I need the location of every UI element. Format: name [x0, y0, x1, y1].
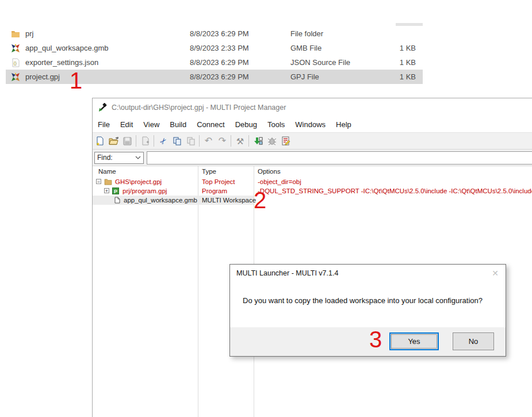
new-file-icon[interactable]: ★ — [93, 135, 106, 148]
editor-icon[interactable] — [279, 135, 292, 148]
cut-icon[interactable]: ✂ — [156, 135, 170, 148]
file-size: 1 KB — [376, 44, 416, 52]
tree-header: Name Type Options — [93, 166, 532, 177]
toolbar: ★ ✂ ↶ ↷ ⚒ — [93, 133, 532, 150]
dialog-message: Do you want to copy the loaded workspace… — [243, 296, 483, 305]
save-as-icon[interactable] — [139, 135, 152, 148]
menu-connect[interactable]: Connect — [192, 120, 229, 129]
undo-icon[interactable]: ↶ — [202, 135, 215, 148]
file-type: JSON Source File — [290, 58, 350, 67]
tree-row-workspace[interactable]: app_qul_worksapce.gmb MULTI Workspace — [93, 196, 532, 205]
menu-edit[interactable]: Edit — [115, 120, 138, 129]
menu-debug[interactable]: Debug — [230, 120, 262, 129]
menu-file[interactable]: File — [93, 120, 115, 129]
multi-launcher-dialog: MULTI Launcher - MULTI v7.1.4 ✕ Do you w… — [229, 264, 506, 357]
document-icon — [114, 197, 120, 206]
file-date: 8/8/2023 6:29 PM — [190, 58, 249, 67]
json-file-icon: {} — [10, 58, 21, 67]
column-header-name[interactable]: Name — [98, 168, 116, 175]
dialog-title: MULTI Launcher - MULTI v7.1.4 — [236, 269, 338, 277]
file-name: project.gpj — [25, 72, 60, 81]
file-date: 8/8/2023 6:29 PM — [190, 72, 249, 81]
tree-item-type: MULTI Workspace — [202, 196, 256, 205]
menu-bar: File Edit View Build Connect Debug Tools… — [93, 117, 532, 133]
file-row-prj[interactable]: prj 8/8/2023 6:29 PM File folder — [6, 26, 423, 41]
annotation-step-3: 3 — [369, 328, 382, 351]
dialog-title-bar[interactable]: MULTI Launcher - MULTI v7.1.4 ✕ — [230, 265, 506, 282]
file-date: 8/9/2023 2:33 PM — [190, 44, 249, 52]
expand-icon[interactable]: + — [104, 188, 109, 193]
copy-icon[interactable] — [170, 135, 183, 148]
multi-hammer-icon — [98, 103, 108, 113]
menu-build[interactable]: Build — [164, 120, 192, 129]
file-date: 8/8/2023 6:29 PM — [190, 29, 249, 38]
menu-windows[interactable]: Windows — [290, 120, 331, 129]
window-title: C:\output-dir\GHS\project.gpj - MULTI Pr… — [112, 104, 286, 112]
find-bar: Find: — [93, 150, 532, 166]
toolbar-separator — [136, 135, 136, 147]
no-button[interactable]: No — [453, 332, 494, 350]
build-tools-icon[interactable]: ⚒ — [234, 135, 247, 148]
explorer-header-fragment — [396, 23, 423, 26]
menu-view[interactable]: View — [138, 120, 164, 129]
file-type: GPJ File — [290, 72, 319, 81]
debugger-bug-icon[interactable] — [265, 135, 278, 148]
toolbar-separator — [248, 135, 249, 147]
collapse-icon[interactable]: − — [96, 179, 101, 184]
multi-pinwheel-icon — [10, 72, 21, 82]
title-bar[interactable]: C:\output-dir\GHS\project.gpj - MULTI Pr… — [93, 98, 532, 117]
tree-item-type: Top Project — [202, 177, 235, 186]
annotation-step-1: 1 — [70, 69, 82, 92]
chevron-down-icon — [135, 156, 141, 159]
file-row-gpj-selected[interactable]: project.gpj 8/8/2023 6:29 PM GPJ File 1 … — [6, 70, 423, 84]
paste-icon[interactable] — [184, 135, 197, 148]
tree-item-name: prj/program.gpj — [123, 186, 167, 196]
toolbar-separator — [231, 135, 231, 147]
file-list: prj 8/8/2023 6:29 PM File folder app_qul… — [6, 26, 423, 84]
toolbar-separator — [154, 135, 154, 147]
file-name: app_qul_worksapce.gmb — [25, 44, 109, 52]
tree-item-name: GHS\project.gpj — [115, 177, 162, 186]
yes-button[interactable]: Yes — [389, 332, 439, 350]
close-icon[interactable]: ✕ — [492, 269, 499, 278]
tree-item-name: app_qul_worksapce.gmb — [124, 196, 197, 205]
folder-icon — [10, 29, 21, 39]
redo-icon[interactable]: ↷ — [216, 135, 229, 148]
column-header-options[interactable]: Options — [258, 168, 281, 175]
save-icon[interactable] — [121, 135, 134, 148]
multi-project-manager-window: C:\output-dir\GHS\project.gpj - MULTI Pr… — [92, 98, 532, 417]
svg-text:★: ★ — [96, 141, 100, 146]
tree-item-options: -object_dir=obj — [258, 177, 532, 186]
menu-help[interactable]: Help — [331, 120, 357, 129]
file-name: prj — [25, 29, 33, 38]
find-label: Find: — [97, 154, 113, 162]
menu-tools[interactable]: Tools — [262, 120, 290, 129]
find-dropdown[interactable]: Find: — [94, 152, 144, 164]
dialog-button-bar: Yes No — [230, 327, 506, 356]
file-row-gmb[interactable]: app_qul_worksapce.gmb 8/9/2023 2:33 PM G… — [6, 41, 423, 55]
multi-pinwheel-icon — [10, 44, 21, 53]
tree-row-program[interactable]: + P prj/program.gpj Program -DQUL_STD_ST… — [93, 186, 532, 196]
file-name: exporter_settings.json — [25, 58, 98, 67]
svg-text:{}: {} — [13, 60, 17, 66]
connect-target-icon[interactable] — [251, 135, 265, 148]
file-row-json[interactable]: {} exporter_settings.json 8/8/2023 6:29 … — [6, 55, 423, 70]
svg-text:P: P — [114, 189, 117, 194]
annotation-step-2: 2 — [254, 189, 266, 212]
tree-item-type: Program — [202, 186, 227, 196]
toolbar-separator — [199, 135, 200, 147]
tree-row-top-project[interactable]: − GHS\project.gpj Top Project -object_di… — [93, 177, 532, 186]
tree-item-options: -DQUL_STD_STRING_SUPPORT -IC:\Qt\QtMCUs\… — [258, 186, 532, 196]
open-project-icon[interactable] — [107, 135, 120, 148]
file-size: 1 KB — [376, 72, 416, 81]
file-type: GMB File — [290, 44, 322, 52]
file-size: 1 KB — [376, 58, 416, 67]
find-input[interactable] — [147, 151, 532, 164]
no-button-label: No — [469, 337, 479, 346]
focus-outline — [391, 334, 437, 349]
column-header-type[interactable]: Type — [202, 168, 216, 175]
file-type: File folder — [290, 29, 323, 38]
